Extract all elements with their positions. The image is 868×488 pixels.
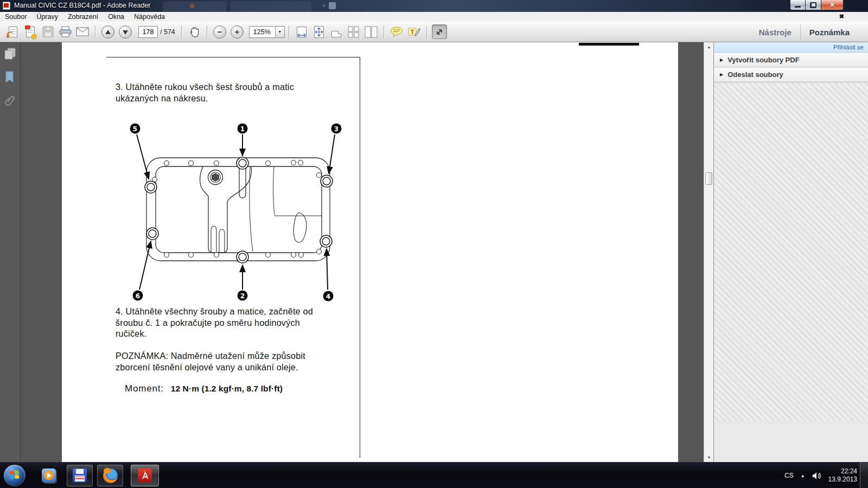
section-label: Odeslat soubory xyxy=(727,70,783,79)
section-send-files[interactable]: ▶ Odeslat soubory xyxy=(714,68,868,82)
close-button[interactable]: ✕ xyxy=(821,0,844,10)
fullscreen-button[interactable] xyxy=(432,24,447,39)
bookmarks-icon[interactable] xyxy=(4,70,17,84)
panel-empty-area xyxy=(714,82,868,421)
arrow-down-icon xyxy=(119,25,132,38)
pan-baffle xyxy=(200,166,252,253)
menu-zobrazeni[interactable]: Zobrazení xyxy=(63,13,103,21)
torque-value: 12 N·m (1.2 kgf·m, 8.7 lbf·ft) xyxy=(171,384,283,394)
highlight-pen-icon: T xyxy=(407,27,420,37)
menu-soubor[interactable]: Soubor xyxy=(0,13,31,21)
menubar-close-icon[interactable]: ✖ xyxy=(839,13,844,20)
pdf-file-icon xyxy=(3,2,10,10)
scroll-down-button[interactable]: ▼ xyxy=(704,453,714,462)
expand-arrow-icon: ▶ xyxy=(720,72,723,77)
hand-tool-button[interactable] xyxy=(187,24,202,39)
zoom-in-button[interactable]: + xyxy=(229,24,245,39)
windows-logo-icon xyxy=(10,471,20,480)
scroll-up-button[interactable]: ▲ xyxy=(704,42,714,52)
document-scrollbar[interactable]: ▲ ▼ xyxy=(704,42,713,462)
window-title: Manual CIVIC CZ B18C4.pdf - Adobe Reader xyxy=(14,2,151,9)
background-tab-ghost xyxy=(163,1,227,12)
show-desktop-button[interactable] xyxy=(860,463,868,488)
triangle-down-icon: ▼ xyxy=(707,455,711,459)
background-tab-ghost xyxy=(230,1,311,12)
page-total-label: / 574 xyxy=(160,28,175,36)
two-page-icon xyxy=(365,26,378,38)
clock[interactable]: 22:24 13.9.2013 xyxy=(828,467,857,484)
open-file-button[interactable] xyxy=(5,24,21,39)
restore-button[interactable] xyxy=(806,0,821,10)
zoom-out-button[interactable]: − xyxy=(212,24,227,39)
background-tab-close-ghost: x xyxy=(323,3,326,8)
svg-text:5: 5 xyxy=(133,125,137,133)
svg-text:4: 4 xyxy=(326,293,330,300)
email-button[interactable] xyxy=(75,24,90,39)
pan-inner-outline xyxy=(156,166,322,253)
torque-spec: Moment: 12 N·m (1.2 kgf·m, 8.7 lbf·ft) xyxy=(125,383,283,394)
next-page-button[interactable] xyxy=(118,24,133,39)
language-indicator[interactable]: CS xyxy=(784,472,794,479)
sign-in-link[interactable]: Přihlásit se xyxy=(833,44,864,50)
hidden-icons-button[interactable]: ▲ xyxy=(801,473,805,478)
highlight-text-button[interactable]: T xyxy=(406,24,422,39)
section-create-pdf[interactable]: ▶ Vytvořit soubory PDF xyxy=(714,53,868,67)
envelope-icon xyxy=(76,27,89,36)
taskbar-media-player[interactable] xyxy=(38,465,60,486)
menu-okna[interactable]: Okna xyxy=(103,13,129,21)
zoom-level-combo[interactable]: 125% ▼ xyxy=(249,26,285,38)
step3-text: 3. Utáhněte rukou všech šest šroubů a ma… xyxy=(116,81,294,104)
adobe-reader-icon xyxy=(138,468,152,483)
toolbar: / 574 − + 125% ▼ xyxy=(0,22,868,42)
tray-date: 13.9.2013 xyxy=(828,476,857,484)
print-button[interactable] xyxy=(58,24,73,39)
callout-1: 1 xyxy=(238,124,248,134)
taskbar-floppy-app[interactable] xyxy=(67,465,93,486)
save-button[interactable] xyxy=(40,24,55,39)
fit-page-button[interactable] xyxy=(311,24,327,39)
star-badge xyxy=(31,34,36,39)
sign-in-bar: Přihlásit se xyxy=(714,42,868,53)
arrow-up-icon xyxy=(101,25,114,38)
multi-page-view-button[interactable] xyxy=(346,24,361,39)
taskbar-adobe-reader[interactable] xyxy=(131,465,159,486)
pan-sump-pocket xyxy=(293,213,307,243)
system-tray: CS ▲ 22:24 13.9.2013 xyxy=(784,463,857,488)
zoom-level-value: 125% xyxy=(250,28,275,36)
page-thumbnails-icon[interactable] xyxy=(4,48,17,61)
menu-upravy[interactable]: Úpravy xyxy=(31,13,63,21)
pdf-page: 3. Utáhněte rukou všech šest šroubů a ma… xyxy=(62,42,678,462)
numbered-bolts xyxy=(145,157,333,263)
create-pdf-button[interactable] xyxy=(23,24,38,39)
note-text: POZNÁMKA: Nadměrné utažení může způsobit… xyxy=(116,350,305,373)
pan-flange-outline xyxy=(146,158,330,261)
callout-2: 2 xyxy=(238,291,248,301)
menu-napoveda[interactable]: Nápověda xyxy=(129,13,170,21)
minimize-button[interactable] xyxy=(790,0,806,10)
zoom-dropdown-arrow[interactable]: ▼ xyxy=(275,27,284,37)
single-page-view-button[interactable] xyxy=(329,24,344,39)
step4-text: 4. Utáhněte všechny šrouby a matice, zač… xyxy=(116,306,313,339)
save-floppy-icon xyxy=(42,26,54,37)
navigation-pane xyxy=(0,42,21,462)
open-arrow-icon xyxy=(5,31,15,38)
page-number-input[interactable] xyxy=(138,26,158,38)
comment-pane-button[interactable]: Poznámka xyxy=(801,28,858,37)
floppy-disk-icon xyxy=(73,468,87,483)
callout-6: 6 xyxy=(133,291,143,301)
comment-balloon-icon xyxy=(390,27,403,37)
chevron-down-icon: ▼ xyxy=(278,30,282,34)
torque-label: Moment: xyxy=(125,383,164,394)
tools-pane-button[interactable]: Nástroje xyxy=(750,28,800,37)
previous-page-button[interactable] xyxy=(100,24,116,39)
add-comment-button[interactable] xyxy=(389,24,404,39)
background-newtab-ghost xyxy=(329,2,336,9)
attachments-paperclip-icon[interactable] xyxy=(4,94,17,107)
fit-width-button[interactable] xyxy=(294,24,309,39)
two-page-view-button[interactable] xyxy=(363,24,379,39)
volume-icon[interactable] xyxy=(812,472,821,480)
start-button[interactable] xyxy=(4,465,25,486)
scrollbar-thumb[interactable] xyxy=(705,172,712,185)
taskbar-firefox[interactable] xyxy=(97,465,123,486)
fullscreen-arrows-icon xyxy=(435,27,444,37)
